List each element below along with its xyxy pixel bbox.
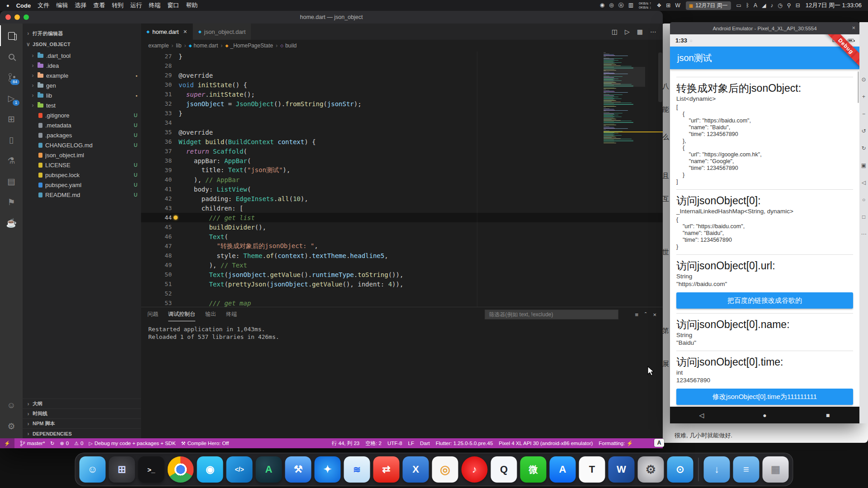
activity-settings[interactable]: ⚙	[0, 416, 23, 436]
tree-item-lib[interactable]: ›lib●	[23, 90, 141, 100]
tree-item-example[interactable]: ›example●	[23, 70, 141, 80]
dock-maps[interactable]: ◉	[197, 456, 223, 483]
status-icon[interactable]: ᛒ	[746, 2, 749, 9]
status-icon[interactable]: ▥	[628, 2, 633, 9]
emulator-control-icon[interactable]: ↺	[861, 128, 866, 134]
section-NPM 脚本[interactable]: ›NPM 脚本	[23, 418, 141, 428]
dock-documents-folder[interactable]: ≡	[733, 456, 760, 483]
tree-item-LICENSE[interactable]: LICENSEU	[23, 160, 141, 170]
status-icon[interactable]: A	[754, 2, 757, 9]
status-compile-hero[interactable]: ⚒Compile Hero: Off	[181, 441, 229, 446]
status-item[interactable]: LF	[408, 441, 414, 446]
activity-coffee[interactable]: ☕	[0, 212, 23, 233]
section-大纲[interactable]: ›大纲	[23, 399, 141, 408]
panel-tab-调试控制台[interactable]: 调试控制台	[168, 308, 195, 321]
dock-chrome[interactable]	[168, 456, 194, 483]
menu-窗口[interactable]: 窗口	[167, 1, 179, 9]
emulator-control-icon[interactable]: ◁	[862, 179, 866, 186]
tree-item-.packages[interactable]: .packagesU	[23, 130, 141, 140]
layout-icon[interactable]: ▦	[637, 28, 643, 35]
close-icon[interactable]: ×	[183, 28, 187, 35]
tree-item-README.md[interactable]: README.mdU	[23, 190, 141, 200]
status-icon[interactable]: Ⓗ	[618, 2, 624, 9]
close-icon[interactable]: ×	[852, 24, 855, 31]
status-item[interactable]: Pixel 4 XL API 30 (android-x86 emulator)	[499, 441, 593, 446]
menu-查看[interactable]: 查看	[93, 1, 105, 9]
status-icon[interactable]: ◉	[600, 2, 604, 9]
dock-word[interactable]: W	[609, 456, 635, 483]
nav-back-icon[interactable]: ◁	[670, 412, 733, 419]
calendar-menu-extra[interactable]: ▦ 12月7日 周一	[686, 1, 731, 10]
minimize-window-button[interactable]	[14, 14, 20, 20]
dock-blue-app[interactable]: ⊙	[667, 456, 693, 483]
panel-icon[interactable]: ≡	[635, 311, 638, 318]
menu-文件[interactable]: 文件	[38, 1, 49, 9]
console-filter-input[interactable]	[485, 310, 618, 319]
panel-tab-终端[interactable]: 终端	[226, 308, 237, 321]
status-icon[interactable]: ♪	[770, 2, 773, 9]
tree-item-.metadata[interactable]: .metadataU	[23, 120, 141, 130]
dock-vscode[interactable]: </>	[226, 456, 253, 483]
menubar-clock[interactable]: 12月7日 周一 1:33:06	[806, 1, 862, 9]
dock-typora[interactable]: T	[579, 456, 605, 483]
panel-tab-输出[interactable]: 输出	[205, 308, 216, 321]
activity-run-debug[interactable]: ▷1	[0, 88, 23, 108]
status-item[interactable]: Dart	[420, 441, 430, 446]
dock-app-store[interactable]: A	[550, 456, 576, 483]
network-speed[interactable]: 0KB/s ↑ 0KB/s ↓	[639, 1, 651, 9]
status-icon[interactable]: ❖	[657, 2, 662, 9]
status-icon[interactable]: ◢	[762, 2, 766, 9]
dock-finder[interactable]: ☺	[80, 456, 106, 483]
menu-选择[interactable]: 选择	[75, 1, 86, 9]
tab-json_object.dart[interactable]: ◆json_object.dart	[193, 23, 252, 40]
action-button[interactable]: 把百度的链接改成谷歌的	[676, 292, 853, 309]
menu-运行[interactable]: 运行	[130, 1, 142, 9]
dock-safari[interactable]: ✦	[315, 456, 341, 483]
status-item[interactable]: 空格: 2	[365, 440, 382, 447]
breadcrumb-home.dart[interactable]: ◆home.dart	[189, 42, 218, 49]
activity-explorer[interactable]	[0, 25, 23, 46]
tree-item-.gitignore[interactable]: .gitignoreU	[23, 110, 141, 120]
emulator-control-icon[interactable]: +	[862, 94, 865, 100]
dock-qq[interactable]: Q	[491, 456, 517, 483]
dock-terminal[interactable]: >_	[138, 456, 165, 483]
tree-item-test[interactable]: ›test	[23, 100, 141, 110]
close-window-button[interactable]	[5, 14, 11, 20]
editor-scrollbar[interactable]	[658, 52, 662, 102]
tree-item-pubspec.yaml[interactable]: pubspec.yamlU	[23, 180, 141, 190]
zoom-window-button[interactable]	[24, 14, 29, 20]
status-icon[interactable]: ⚲	[787, 2, 791, 9]
dock-launchpad[interactable]: ⊞	[109, 456, 135, 483]
activity-testing[interactable]: ⚗	[0, 150, 23, 171]
dock-trash[interactable]: ▦	[763, 456, 789, 483]
menu-帮助[interactable]: 帮助	[186, 1, 198, 9]
emulator-control-icon[interactable]: ↻	[861, 145, 866, 151]
tree-item-gen[interactable]: ›gen	[23, 80, 141, 90]
open-editors-section[interactable]: › 打开的编辑器	[23, 28, 141, 39]
debug-console-output[interactable]: Restarted application in 1,043ms.Reloade…	[141, 322, 663, 344]
vscode-titlebar[interactable]: home.dart — json_object	[0, 11, 663, 23]
menu-转到[interactable]: 转到	[112, 1, 123, 9]
run-icon[interactable]: ▷	[625, 28, 630, 35]
project-section[interactable]: ∨ JSON_OBJECT	[23, 39, 141, 50]
nav-recents-icon[interactable]: ■	[796, 412, 859, 419]
activity-search[interactable]	[0, 46, 23, 67]
status-item[interactable]: 行 44, 列 23	[332, 440, 359, 447]
status-item[interactable]: Formatting: ⚡	[599, 440, 633, 446]
status-item[interactable]: Flutter: 1.25.0-5.0.pre.45	[436, 441, 493, 446]
breadcrumb-example[interactable]: example	[148, 42, 169, 49]
dock-docker[interactable]: ≋	[344, 456, 370, 483]
status-icon[interactable]: ⊞	[666, 2, 670, 9]
status-branch[interactable]: master*	[20, 441, 45, 446]
more-actions-icon[interactable]: ⋯	[650, 28, 656, 35]
emulator-control-icon[interactable]: ○	[862, 197, 865, 203]
tree-item-json_object.iml[interactable]: json_object.iml	[23, 150, 141, 160]
status-debug-config[interactable]: ▷Debug my code + packages + SDK	[89, 441, 175, 446]
action-button[interactable]: 修改jsonObject[0].time为111111111	[676, 389, 853, 405]
emulator-titlebar[interactable]: Android Emulator - Pixel_4_XL_API_30:555…	[670, 22, 859, 34]
breadcrumb-lib[interactable]: lib	[176, 42, 181, 49]
panel-icon[interactable]: ×	[653, 311, 656, 318]
dock-rings-app[interactable]: ◎	[432, 456, 458, 483]
status-errors[interactable]: ⊗0	[60, 441, 69, 446]
nav-home-icon[interactable]: ●	[733, 412, 797, 419]
